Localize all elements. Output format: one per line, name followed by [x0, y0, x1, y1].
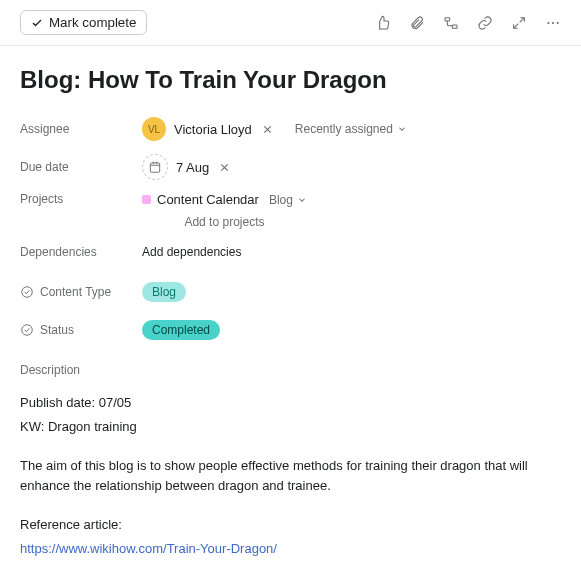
custom-field-icon [20, 285, 34, 299]
mark-complete-button[interactable]: Mark complete [20, 10, 147, 35]
add-dependencies-button[interactable]: Add dependencies [142, 245, 241, 259]
recently-assigned-dropdown[interactable]: Recently assigned [295, 122, 407, 136]
description-label: Description [20, 363, 561, 377]
due-date-row: Due date 7 Aug [20, 150, 561, 184]
clear-due-date-icon[interactable] [217, 160, 232, 175]
svg-point-7 [22, 325, 33, 336]
due-date-value[interactable]: 7 Aug [142, 154, 232, 180]
avatar: VL [142, 117, 166, 141]
svg-point-4 [557, 21, 559, 23]
description-line: The aim of this blog is to show people e… [20, 456, 561, 495]
more-icon[interactable] [545, 15, 561, 31]
project-name: Content Calendar [157, 192, 259, 207]
status-pill[interactable]: Completed [142, 320, 220, 340]
subtask-icon[interactable] [443, 15, 459, 31]
add-to-projects-button[interactable]: Add to projects [184, 215, 264, 229]
check-icon [31, 17, 43, 29]
task-title[interactable]: Blog: How To Train Your Dragon [20, 66, 561, 94]
assignee-name: Victoria Lloyd [174, 122, 252, 137]
projects-label: Projects [20, 192, 142, 206]
due-date-text: 7 Aug [176, 160, 209, 175]
svg-rect-5 [150, 163, 159, 172]
content-type-pill[interactable]: Blog [142, 282, 186, 302]
description-line: KW: Dragon training [20, 417, 561, 437]
status-row: Status Completed [20, 313, 561, 347]
section-dropdown[interactable]: Blog [269, 193, 307, 207]
calendar-icon [142, 154, 168, 180]
clear-assignee-icon[interactable] [260, 122, 275, 137]
project-color-dot [142, 195, 151, 204]
description-line: Publish date: 07/05 [20, 393, 561, 413]
svg-point-6 [22, 287, 33, 298]
status-label: Status [20, 323, 142, 337]
projects-row: Projects Content Calendar Blog Add to pr… [20, 188, 561, 229]
dependencies-row: Dependencies Add dependencies [20, 235, 561, 269]
custom-field-icon [20, 323, 34, 337]
dependencies-label: Dependencies [20, 245, 142, 259]
mark-complete-label: Mark complete [49, 15, 136, 30]
svg-rect-1 [452, 25, 457, 28]
task-content: Blog: How To Train Your Dragon Assignee … [0, 46, 581, 570]
description-body[interactable]: Publish date: 07/05 KW: Dragon training … [20, 393, 561, 558]
due-date-label: Due date [20, 160, 142, 174]
svg-point-3 [552, 21, 554, 23]
chevron-down-icon [297, 195, 307, 205]
project-chip[interactable]: Content Calendar [142, 192, 259, 207]
chevron-down-icon [397, 124, 407, 134]
section-name: Blog [269, 193, 293, 207]
assignee-label: Assignee [20, 122, 142, 136]
description-line: Reference article: [20, 515, 561, 535]
recently-assigned-label: Recently assigned [295, 122, 393, 136]
reference-link[interactable]: https://www.wikihow.com/Train-Your-Drago… [20, 541, 277, 556]
like-icon[interactable] [375, 15, 391, 31]
assignee-row: Assignee VL Victoria Lloyd Recently assi… [20, 112, 561, 146]
content-type-label: Content Type [20, 285, 142, 299]
content-type-row: Content Type Blog [20, 275, 561, 309]
attachment-icon[interactable] [409, 15, 425, 31]
svg-rect-0 [445, 17, 450, 20]
topbar: Mark complete [0, 0, 581, 46]
link-icon[interactable] [477, 15, 493, 31]
assignee-value[interactable]: VL Victoria Lloyd Recently assigned [142, 117, 407, 141]
svg-point-2 [547, 21, 549, 23]
top-actions [375, 15, 561, 31]
expand-icon[interactable] [511, 15, 527, 31]
